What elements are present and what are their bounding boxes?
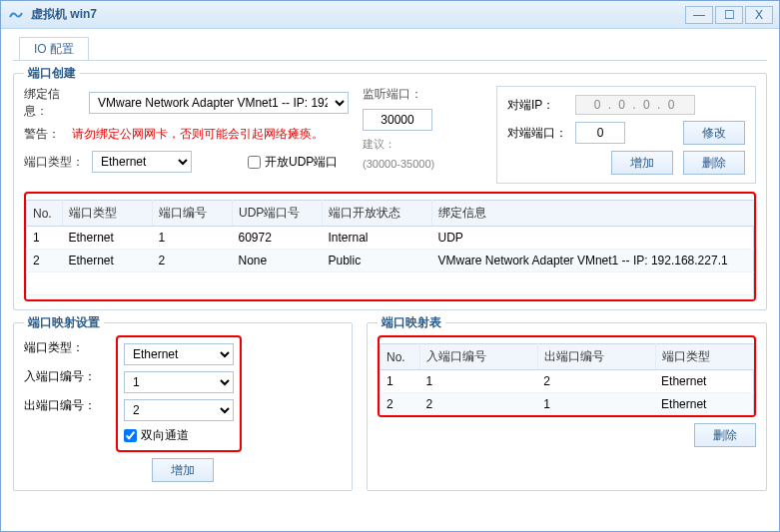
th-type[interactable]: 端口类型 — [63, 201, 153, 227]
delete-mapping-button[interactable]: 删除 — [694, 423, 756, 447]
mth-no[interactable]: No. — [381, 344, 420, 370]
mth-in[interactable]: 入端口编号 — [420, 344, 538, 370]
mapping-table: No. 入端口编号 出端口编号 端口类型 1 1 2 Ethernet — [380, 343, 754, 417]
peer-panel: 对端IP： 0 . 0 . 0 . 0 对端端口： 修改 增加 删除 — [496, 86, 756, 184]
th-num[interactable]: 端口编号 — [153, 201, 233, 227]
table-row[interactable]: 2 2 1 Ethernet — [381, 393, 754, 416]
listen-hint-value: (30000-35000) — [363, 158, 482, 170]
map-out-port-select[interactable]: 2 — [124, 399, 234, 421]
bidir-checkbox[interactable]: 双向通道 — [124, 427, 234, 444]
listen-hint-label: 建议： — [363, 137, 395, 152]
table-row[interactable]: 1 1 2 Ethernet — [381, 370, 754, 393]
content-area: IO 配置 端口创建 绑定信息： VMware Network Adapter … — [1, 29, 779, 501]
tabbar: IO 配置 — [13, 37, 767, 61]
peer-port-input[interactable] — [575, 122, 625, 144]
listen-port-input[interactable] — [363, 109, 432, 131]
bidir-label: 双向通道 — [141, 427, 189, 444]
port-create-legend: 端口创建 — [24, 65, 80, 82]
listen-port-label: 监听端口： — [363, 86, 422, 103]
app-logo-icon — [7, 6, 25, 24]
peer-port-label: 对端端口： — [507, 125, 567, 142]
app-window: 虚拟机 win7 — ☐ X IO 配置 端口创建 绑定信息： VMware N… — [0, 0, 780, 532]
port-type-label: 端口类型： — [24, 154, 84, 171]
port-create-group: 端口创建 绑定信息： VMware Network Adapter VMnet1… — [13, 73, 767, 310]
th-no[interactable]: No. — [27, 201, 63, 227]
map-out-port-label: 出端口编号： — [24, 397, 96, 414]
map-in-port-select[interactable]: 1 — [124, 371, 234, 393]
open-udp-label: 开放UDP端口 — [265, 154, 338, 171]
port-table-highlight: No. 端口类型 端口编号 UDP端口号 端口开放状态 绑定信息 1 Ether… — [24, 192, 756, 301]
port-type-select[interactable]: Ethernet — [92, 151, 192, 173]
delete-port-button[interactable]: 删除 — [683, 151, 745, 175]
port-table: No. 端口类型 端口编号 UDP端口号 端口开放状态 绑定信息 1 Ether… — [26, 200, 754, 301]
bidir-checkbox-input[interactable] — [124, 429, 137, 442]
port-map-set-group: 端口映射设置 端口类型： 入端口编号： 出端口编号： Ethernet 1 2 … — [13, 322, 353, 491]
mth-type[interactable]: 端口类型 — [655, 344, 753, 370]
th-bind[interactable]: 绑定信息 — [432, 201, 754, 227]
titlebar: 虚拟机 win7 — ☐ X — [1, 1, 779, 29]
bind-info-label: 绑定信息： — [24, 86, 81, 120]
maximize-button[interactable]: ☐ — [715, 6, 743, 24]
warn-label: 警告： — [24, 126, 60, 143]
map-port-type-label: 端口类型： — [24, 339, 96, 356]
tab-io-config[interactable]: IO 配置 — [19, 37, 89, 60]
bind-info-select[interactable]: VMware Network Adapter VMnet1 -- IP: 192… — [89, 92, 349, 114]
map-table-highlight: No. 入端口编号 出端口编号 端口类型 1 1 2 Ethernet — [378, 335, 756, 417]
map-port-type-select[interactable]: Ethernet — [124, 343, 234, 365]
open-udp-checkbox[interactable]: 开放UDP端口 — [248, 154, 338, 171]
warn-text: 请勿绑定公网网卡，否则可能会引起网络瘫痪。 — [72, 126, 324, 143]
th-open[interactable]: 端口开放状态 — [323, 201, 432, 227]
table-row[interactable]: 1 Ethernet 1 60972 Internal UDP — [27, 227, 754, 250]
mth-out[interactable]: 出端口编号 — [537, 344, 655, 370]
peer-ip-input[interactable]: 0 . 0 . 0 . 0 — [575, 95, 695, 115]
peer-ip-label: 对端IP： — [507, 97, 567, 114]
close-button[interactable]: X — [745, 6, 773, 24]
th-udp[interactable]: UDP端口号 — [233, 201, 323, 227]
port-map-set-legend: 端口映射设置 — [24, 314, 104, 331]
add-port-button[interactable]: 增加 — [611, 151, 673, 175]
add-mapping-button[interactable]: 增加 — [152, 458, 214, 482]
map-in-port-label: 入端口编号： — [24, 368, 96, 385]
modify-button[interactable]: 修改 — [683, 121, 745, 145]
minimize-button[interactable]: — — [685, 6, 713, 24]
port-map-table-group: 端口映射表 No. 入端口编号 出端口编号 端口类型 1 1 — [367, 322, 767, 491]
port-map-table-legend: 端口映射表 — [378, 314, 445, 331]
map-controls-highlight: Ethernet 1 2 双向通道 — [116, 335, 242, 452]
table-row[interactable]: 2 Ethernet 2 None Public VMware Network … — [27, 250, 754, 272]
window-title: 虚拟机 win7 — [31, 6, 685, 23]
window-buttons: — ☐ X — [685, 6, 773, 24]
open-udp-checkbox-input[interactable] — [248, 156, 261, 169]
